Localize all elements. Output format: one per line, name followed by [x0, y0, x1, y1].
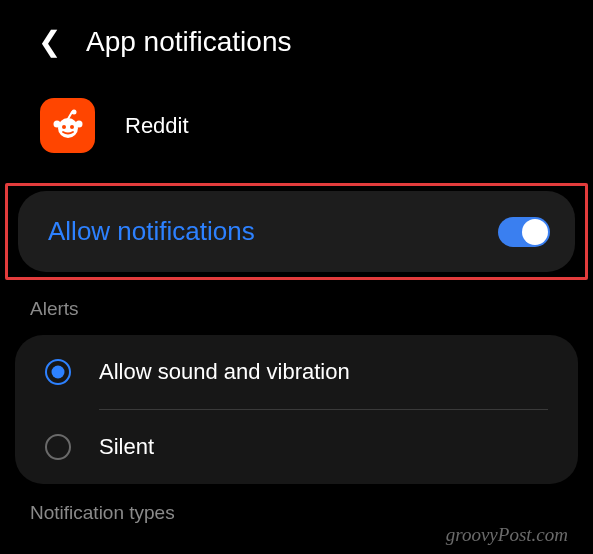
radio-option-silent[interactable]: Silent: [15, 410, 578, 484]
svg-point-3: [62, 125, 66, 129]
page-title: App notifications: [86, 26, 291, 58]
svg-point-4: [70, 125, 74, 129]
app-name-label: Reddit: [125, 113, 189, 139]
alerts-section-header: Alerts: [0, 280, 593, 330]
svg-point-2: [75, 120, 82, 127]
reddit-icon: [48, 106, 88, 146]
alerts-card: Allow sound and vibration Silent: [15, 335, 578, 484]
allow-notifications-toggle[interactable]: [498, 217, 550, 247]
svg-point-0: [58, 118, 78, 138]
back-icon[interactable]: ❮: [38, 25, 61, 58]
radio-label: Allow sound and vibration: [99, 359, 350, 385]
radio-label: Silent: [99, 434, 154, 460]
watermark-text: groovyPost.com: [446, 524, 568, 546]
app-row: Reddit: [0, 78, 593, 183]
svg-point-1: [53, 120, 60, 127]
toggle-knob: [522, 219, 548, 245]
highlight-annotation: Allow notifications: [5, 183, 588, 280]
radio-icon: [45, 434, 71, 460]
allow-notifications-card: Allow notifications: [18, 191, 575, 272]
radio-option-sound-vibration[interactable]: Allow sound and vibration: [15, 335, 578, 409]
reddit-app-icon: [40, 98, 95, 153]
allow-notifications-label: Allow notifications: [48, 216, 255, 247]
radio-icon: [45, 359, 71, 385]
svg-point-5: [71, 109, 76, 114]
header-bar: ❮ App notifications: [0, 0, 593, 78]
